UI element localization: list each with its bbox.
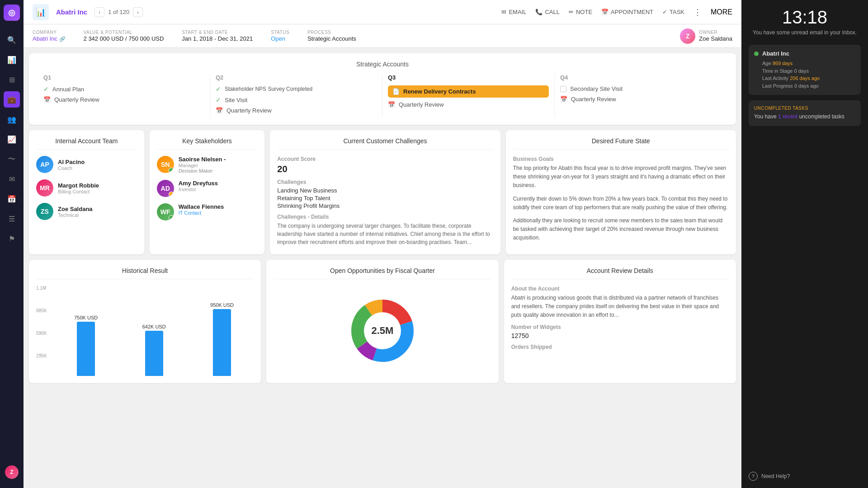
q4-item-1[interactable]: 📅 Quarterly Review — [560, 96, 722, 103]
bar-group-1: 642K USD — [122, 324, 185, 376]
tasks-card: UNCOMPLETED TASKS You have 1 recent unco… — [749, 100, 861, 126]
company-link[interactable]: Abatri Inc 🔗 — [33, 35, 66, 42]
app-logo[interactable]: ◎ — [4, 5, 20, 21]
sidebar-item-grid[interactable]: ⊞ — [4, 71, 20, 88]
bar-group-2: 950K USD — [190, 302, 254, 376]
more-icon[interactable]: ⋮ — [693, 7, 702, 17]
q4-item-0[interactable]: Secondary Site Visit — [560, 85, 722, 92]
member-info-0: Al Pacino Coach — [58, 159, 85, 171]
sidebar-item-mail[interactable]: ✉ — [4, 171, 20, 187]
owner-info: OWNER Zoe Saldana — [699, 30, 732, 42]
future-state-card: Desired Future State Business Goals The … — [506, 130, 736, 254]
check-icon: ✓ — [216, 85, 221, 93]
stakeholder-avatar-1: AD — [157, 180, 174, 197]
sidebar-item-flag[interactable]: ⚑ — [4, 230, 20, 247]
member-info-2: Zoe Saldana Technical — [58, 206, 93, 218]
main-content: 📊 Abatri Inc ‹ 1 of 120 › ✉ EMAIL 📞 CALL… — [24, 0, 741, 488]
stakeholder-avatar-2: WF — [157, 203, 174, 221]
calendar-icon: 📅 — [43, 96, 51, 103]
team-member-0: AP Al Pacino Coach — [36, 156, 137, 173]
q3-item-1[interactable]: 📅 Quarterly Review — [388, 101, 549, 108]
sidebar-item-people[interactable]: 👥 — [4, 111, 20, 127]
sidebar-item-list[interactable]: ☰ — [4, 211, 20, 227]
user-avatar[interactable]: Z — [5, 465, 19, 479]
sidebar-item-bar-chart[interactable]: 📈 — [4, 131, 20, 147]
calendar-icon: 📅 — [388, 101, 395, 108]
stakeholder-info-2: Wallace Fiennes IT Contact — [179, 203, 224, 216]
task-action[interactable]: ✓ TASK — [662, 9, 684, 15]
badge-icon — [169, 192, 174, 197]
nav-next[interactable]: › — [133, 7, 143, 17]
notif-detail-2: Last Activity 206 days ago — [762, 75, 855, 82]
stakeholder-2: WF Wallace Fiennes IT Contact — [157, 203, 258, 221]
more-label[interactable]: MORE — [711, 8, 732, 16]
help-icon: ? — [749, 472, 758, 481]
q3-item-0[interactable]: 📄 Renew Delivery Contracts — [388, 85, 549, 98]
sidebar-item-chart[interactable]: 📊 — [4, 52, 20, 68]
quarter-q3: Q3 📄 Renew Delivery Contracts 📅 Quarterl… — [382, 74, 555, 117]
notif-detail-0: Age 869 days — [762, 60, 855, 67]
strategic-title: Strategic Accounts — [38, 61, 727, 68]
body-scroll: Strategic Accounts Q1 ✓ Annual Plan 📅 Qu… — [24, 48, 741, 488]
meta-process: PROCESS Strategic Accounts — [307, 30, 356, 42]
cards-row-2: Historical Result 1.1M 885K 590K 295K 75… — [29, 260, 736, 383]
q2-item-1[interactable]: ✓ Site Visit — [216, 96, 377, 103]
notification-card: Abatri Inc Age 869 days Time in Stage 0 … — [749, 45, 861, 95]
account-icon: 📊 — [33, 4, 49, 20]
doc-icon: 📄 — [392, 88, 400, 95]
quarter-q1: Q1 ✓ Annual Plan 📅 Quarterly Review — [38, 74, 210, 117]
tasks-label: UNCOMPLETED TASKS — [754, 106, 855, 111]
member-avatar-1: MR — [36, 179, 53, 197]
chart-area: 1.1M 885K 590K 295K 750K USD 642K USD — [36, 286, 254, 376]
need-help[interactable]: ? Need Help? — [749, 466, 861, 481]
check-icon: ✓ — [216, 96, 221, 103]
right-panel: 13:18 You have some unread email in your… — [741, 0, 868, 488]
meta-value: VALUE & POTENTIAL 2 342 000 USD / 750 00… — [84, 30, 164, 42]
q1-item-1[interactable]: 📅 Quarterly Review — [43, 96, 204, 103]
cards-row-1: Internal Account Team AP Al Pacino Coach… — [29, 130, 736, 254]
q1-item-0[interactable]: ✓ Annual Plan — [43, 85, 204, 93]
q1-label: Q1 — [43, 74, 204, 81]
sidebar-item-search[interactable]: 🔍 — [4, 32, 20, 48]
bar-0 — [77, 322, 95, 376]
top-actions: ✉ EMAIL 📞 CALL ✏ NOTE 📅 APPOINTMENT ✓ TA… — [501, 7, 732, 17]
sidebar-item-calendar[interactable]: 📅 — [4, 191, 20, 207]
q2-label: Q2 — [216, 74, 377, 81]
sidebar-item-pulse[interactable]: 〜 — [4, 151, 20, 167]
stakeholder-info-0: Saoirse Nielsen - Manager Decision Maker — [179, 156, 226, 174]
sidebar-item-briefcase[interactable]: 💼 — [4, 91, 20, 108]
account-name[interactable]: Abatri Inc — [56, 8, 87, 16]
appointment-action[interactable]: 📅 APPOINTMENT — [601, 9, 653, 15]
note-action[interactable]: ✏ NOTE — [569, 9, 592, 15]
member-avatar-2: ZS — [36, 203, 53, 220]
q2-item-2[interactable]: 📅 Quarterly Review — [216, 107, 377, 114]
member-avatar-0: AP — [36, 156, 53, 173]
clock-time: 13:18 — [749, 7, 861, 28]
meta-status: STATUS Open — [271, 30, 289, 42]
q3-label: Q3 — [388, 74, 549, 81]
clock-subtitle: You have some unread email in your Inbox… — [749, 29, 861, 36]
checkbox-empty — [560, 86, 566, 92]
email-action[interactable]: ✉ EMAIL — [501, 9, 526, 15]
notif-detail-3: Last Progress 0 days ago — [762, 82, 855, 90]
q4-label: Q4 — [560, 74, 722, 81]
appointment-icon: 📅 — [601, 9, 609, 15]
bar-2 — [213, 309, 231, 376]
q2-item-0[interactable]: ✓ Stakeholder NPS Survey Completed — [216, 85, 377, 93]
bar-1 — [145, 331, 163, 376]
badge-icon — [169, 215, 174, 221]
historical-title: Historical Result — [36, 267, 254, 279]
owner-section: Z OWNER Zoe Saldana — [680, 28, 732, 44]
calendar-icon: 📅 — [216, 107, 223, 114]
owner-avatar: Z — [680, 28, 695, 44]
nav-prev[interactable]: ‹ — [94, 7, 104, 17]
quarter-q4: Q4 Secondary Site Visit 📅 Quarterly Revi… — [555, 74, 727, 117]
member-info-1: Margot Robbie Billing Contact — [58, 182, 99, 194]
online-indicator — [754, 52, 759, 56]
check-icon: ✓ — [43, 85, 49, 93]
opportunities-card: Open Opportunities by Fiscal Quarter — [266, 260, 498, 383]
call-icon: 📞 — [535, 9, 542, 15]
call-action[interactable]: 📞 CALL — [535, 9, 560, 15]
meta-bar: COMPANY Abatri Inc 🔗 VALUE & POTENTIAL 2… — [24, 24, 741, 48]
note-icon: ✏ — [569, 9, 574, 15]
